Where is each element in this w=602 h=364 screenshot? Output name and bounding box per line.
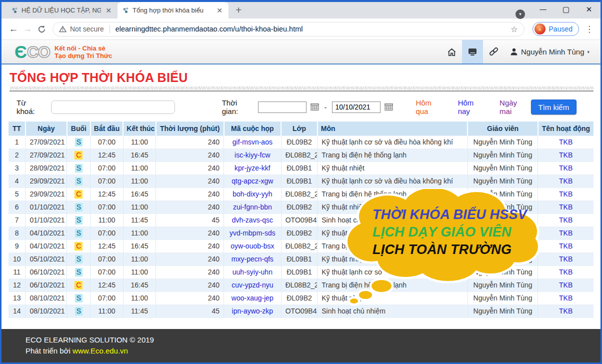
avatar: ▲ <box>534 24 546 34</box>
cell-start: 07:00 <box>90 252 124 266</box>
cell-date: 01/10/2021 <box>26 200 67 214</box>
column-header: Buổi <box>67 122 90 136</box>
quick-link-today[interactable]: Hôm nay <box>458 98 488 116</box>
eco-logo-co[interactable]: CO <box>27 44 50 60</box>
security-label[interactable]: Not secure <box>70 25 104 33</box>
page-title: TỔNG HỢP THỜI KHÓA BIỂU <box>10 70 594 85</box>
tkb-link[interactable]: TKB <box>559 229 572 237</box>
date-to-input[interactable] <box>332 102 380 113</box>
cell-duration: 240 <box>156 252 224 266</box>
tab-strip: HỆ DỮ LIỆU HỌC TẬP, NGHIÊN C ✕ Tổng hợp … <box>2 2 600 18</box>
profile-sync-badge[interactable]: ▲ Paused <box>532 22 579 36</box>
cell-code: kpr-jyze-kkf <box>224 162 282 174</box>
back-icon[interactable]: ← <box>6 24 20 34</box>
cell-class: ĐL08B2_2 <box>281 148 318 162</box>
meeting-code-link[interactable]: yvd-mbpm-sds <box>230 229 276 237</box>
cell-duration: 240 <box>156 226 224 240</box>
meeting-code-link[interactable]: zui-fgnn-bbn <box>233 203 272 211</box>
cell-tt: 6 <box>8 200 26 214</box>
cell-end: 16:45 <box>123 278 156 292</box>
column-header: Thời lượng (phút) <box>156 122 224 136</box>
cell-subject: Kỹ thuật nhiệt <box>318 162 468 174</box>
cell-activity: TKB <box>538 214 594 226</box>
calendar-icon[interactable] <box>384 103 393 111</box>
cell-date: 01/10/2021 <box>26 214 67 226</box>
cell-duration: 240 <box>156 188 224 200</box>
maximize-button[interactable]: ▢ <box>554 2 578 17</box>
browser-menu-icon[interactable]: ⋮ <box>585 24 594 34</box>
tkb-link[interactable]: TKB <box>559 281 572 289</box>
tkb-link[interactable]: TKB <box>559 138 572 146</box>
tab-close-icon[interactable]: ✕ <box>104 6 112 14</box>
meeting-code-link[interactable]: cuv-ypzd-nyu <box>232 281 273 289</box>
cell-code: uuh-syiy-uhn <box>224 266 282 278</box>
meeting-code-link[interactable]: oyw-ouob-bsx <box>230 242 274 250</box>
tkb-link[interactable]: TKB <box>559 307 572 315</box>
cell-tt: 1 <box>8 136 26 148</box>
reload-icon[interactable] <box>34 25 48 34</box>
media-control-button[interactable]: ▾ <box>516 10 525 19</box>
cell-duration: 240 <box>156 200 224 214</box>
meeting-code-link[interactable]: mxy-pecn-qfs <box>232 255 274 263</box>
tkb-link[interactable]: TKB <box>559 268 572 276</box>
meeting-code-link[interactable]: qtg-apcz-xgw <box>232 177 273 185</box>
meeting-code-link[interactable]: uuh-syiy-uhn <box>232 268 272 276</box>
tkb-link[interactable]: TKB <box>559 255 572 263</box>
tab-thoi-khoa-bieu[interactable]: Tổng hợp thời khóa biểu ✕ <box>118 2 228 18</box>
eco-logo[interactable]: Є <box>14 44 27 60</box>
cell-end: 11:45 <box>123 304 156 318</box>
meeting-code-link[interactable]: kpr-jyze-kkf <box>234 164 270 172</box>
cell-date: 06/10/2021 <box>26 266 67 278</box>
keyword-input[interactable] <box>51 100 175 114</box>
meeting-code-link[interactable]: isc-kiyy-fcw <box>234 151 270 159</box>
home-icon[interactable] <box>441 40 462 64</box>
tkb-link[interactable]: TKB <box>559 151 572 159</box>
meeting-code-link[interactable]: gif-msvn-aos <box>232 138 272 146</box>
tkb-link[interactable]: TKB <box>559 242 572 250</box>
cell-subject: Kỹ thuật lạnh cơ sở và điều hòa không kh… <box>318 136 468 148</box>
footer-site-link[interactable]: www.Eco.edu.vn <box>72 346 128 355</box>
cell-date: 27/09/2021 <box>26 136 67 148</box>
bubble-line-1: THỜI KHÓA BIỂU HSSV <box>372 206 527 224</box>
cell-end: 16:45 <box>123 240 156 252</box>
tkb-link[interactable]: TKB <box>559 164 572 172</box>
cell-session: C <box>67 148 90 162</box>
tkb-link[interactable]: TKB <box>559 190 572 198</box>
date-from-input[interactable] <box>258 102 306 113</box>
cell-tt: 7 <box>8 214 26 226</box>
cell-class: ĐL09B2 <box>281 136 318 148</box>
bookmark-star-icon[interactable]: ☆ <box>510 24 518 34</box>
tab-he-du-lieu[interactable]: HỆ DỮ LIỆU HỌC TẬP, NGHIÊN C ✕ <box>6 2 118 18</box>
quick-link-tomorrow[interactable]: Ngày mai <box>500 98 531 116</box>
forward-icon[interactable]: → <box>20 24 34 34</box>
cell-code: yvd-mbpm-sds <box>224 226 282 240</box>
url-text[interactable]: elearningdttec.phanmemdaotao.com/u/thoi-… <box>116 25 303 33</box>
meeting-code-link[interactable]: boh-dixy-yyh <box>232 190 272 198</box>
tkb-link[interactable]: TKB <box>559 294 572 302</box>
column-header: Lớp <box>281 122 318 136</box>
cell-teacher: Nguyễn Minh Tùng <box>468 162 538 174</box>
tkb-link[interactable]: TKB <box>559 177 572 185</box>
meeting-code-link[interactable]: dvh-zavs-qsc <box>232 216 273 224</box>
address-bar[interactable]: Not secure elearningdttec.phanmemdaotao.… <box>52 22 524 36</box>
meeting-code-link[interactable]: ipn-aywo-zkp <box>232 307 273 315</box>
user-menu[interactable]: Nguyễn Minh Tùng ▾ <box>504 40 596 64</box>
cell-tt: 11 <box>8 266 26 278</box>
quick-link-yesterday[interactable]: Hôm qua <box>416 98 446 116</box>
cell-class: ĐL09B1 <box>281 252 318 266</box>
tkb-link[interactable]: TKB <box>559 203 572 211</box>
search-button[interactable]: Tìm kiếm <box>531 100 576 114</box>
column-header: Môn <box>318 122 468 136</box>
close-button[interactable]: ✕ <box>578 2 600 17</box>
cell-class: ĐL08B2_2 <box>281 278 318 292</box>
elearning-screen-icon[interactable] <box>462 40 483 64</box>
cell-code: cuv-ypzd-nyu <box>224 278 282 292</box>
tkb-link[interactable]: TKB <box>559 216 572 224</box>
link-icon[interactable] <box>483 40 504 64</box>
meeting-code-link[interactable]: woo-xaug-jep <box>232 294 274 302</box>
cell-end: 11:00 <box>123 200 156 214</box>
new-tab-button[interactable]: + <box>236 4 242 16</box>
minimize-button[interactable]: — <box>532 2 554 17</box>
tab-close-icon[interactable]: ✕ <box>216 6 224 14</box>
calendar-icon[interactable] <box>310 103 319 111</box>
